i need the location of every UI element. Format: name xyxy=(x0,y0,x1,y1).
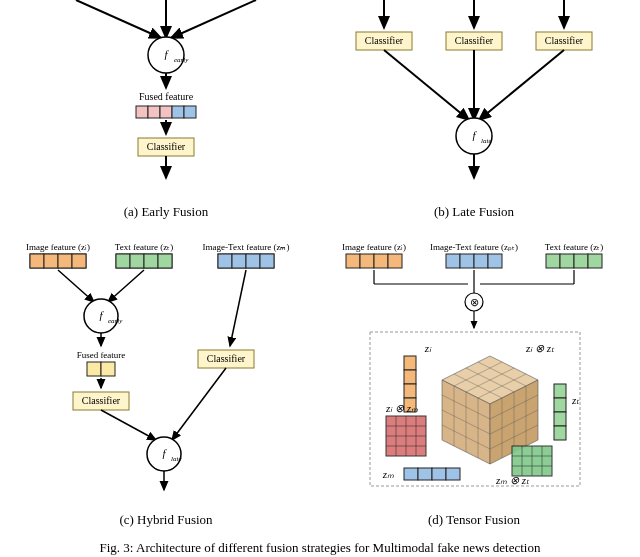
svg-line-55 xyxy=(101,410,156,440)
svg-rect-7 xyxy=(136,106,148,118)
svg-line-56 xyxy=(172,368,226,440)
svg-rect-115 xyxy=(418,468,432,480)
svg-rect-30 xyxy=(44,254,58,268)
svg-rect-104 xyxy=(404,370,416,384)
classifier-b3: Classifier xyxy=(545,35,584,46)
svg-rect-42 xyxy=(260,254,274,268)
svg-rect-41 xyxy=(246,254,260,268)
svg-rect-35 xyxy=(130,254,144,268)
figure-caption: Fig. 3: Architecture of different fusion… xyxy=(0,536,640,556)
svg-rect-114 xyxy=(404,468,418,480)
label-text-feature-c: Text feature (zₜ) xyxy=(115,242,173,252)
svg-rect-50 xyxy=(101,362,115,376)
svg-rect-34 xyxy=(116,254,130,268)
classifier-b2: Classifier xyxy=(455,35,494,46)
svg-rect-64 xyxy=(388,254,402,268)
svg-rect-71 xyxy=(574,254,588,268)
diagram-hybrid-fusion: Image feature (zᵢ) Text feature (zₜ) Ima… xyxy=(16,228,316,508)
svg-rect-8 xyxy=(148,106,160,118)
classifier-b1: Classifier xyxy=(365,35,404,46)
svg-text:early: early xyxy=(174,56,189,64)
svg-rect-121 xyxy=(554,426,566,440)
fused-feature-label-c: Fused feature xyxy=(77,350,126,360)
classifier-a: Classifier xyxy=(147,141,186,152)
tensor-product-icon: ⊗ xyxy=(470,296,479,308)
tensor-zi-zm: zᵢ ⊗ zₘ xyxy=(385,402,418,414)
svg-rect-61 xyxy=(346,254,360,268)
classifier-c1: Classifier xyxy=(82,395,121,406)
label-image-feature-d: Image feature (zᵢ) xyxy=(342,242,406,252)
tensor-zi: zᵢ xyxy=(424,342,432,354)
fused-feature-label: Fused feature xyxy=(139,91,194,102)
svg-rect-49 xyxy=(87,362,101,376)
svg-rect-63 xyxy=(374,254,388,268)
svg-line-44 xyxy=(108,270,144,302)
tensor-zm-zt: zₘ ⊗ zₜ xyxy=(495,474,530,486)
panel-tensor-fusion: Image feature (zᵢ) Image-Text feature (z… xyxy=(320,228,628,536)
panel-late-fusion: Classifier Classifier Classifier f late … xyxy=(320,0,628,228)
svg-line-53 xyxy=(230,270,246,346)
svg-rect-37 xyxy=(158,254,172,268)
svg-line-43 xyxy=(58,270,94,302)
svg-text:late: late xyxy=(171,455,182,463)
svg-rect-29 xyxy=(30,254,44,268)
panel-hybrid-fusion: Image feature (zᵢ) Text feature (zₜ) Ima… xyxy=(12,228,320,536)
svg-rect-62 xyxy=(360,254,374,268)
diagram-late-fusion: Classifier Classifier Classifier f late xyxy=(324,0,624,200)
svg-rect-120 xyxy=(554,412,566,426)
svg-rect-65 xyxy=(446,254,460,268)
svg-rect-117 xyxy=(446,468,460,480)
svg-rect-11 xyxy=(184,106,196,118)
svg-rect-32 xyxy=(72,254,86,268)
label-it-feature-d: Image-Text feature (zₚₜ) xyxy=(430,242,518,252)
svg-text:late: late xyxy=(481,137,492,145)
tensor-zi-zt: zᵢ ⊗ zₜ xyxy=(525,342,555,354)
svg-rect-39 xyxy=(218,254,232,268)
svg-rect-67 xyxy=(474,254,488,268)
svg-rect-118 xyxy=(554,384,566,398)
svg-line-23 xyxy=(479,50,564,120)
caption-d: (d) Tensor Fusion xyxy=(428,512,520,528)
svg-rect-40 xyxy=(232,254,246,268)
label-image-feature-c: Image feature (zᵢ) xyxy=(26,242,90,252)
svg-rect-116 xyxy=(432,468,446,480)
svg-rect-69 xyxy=(546,254,560,268)
svg-rect-70 xyxy=(560,254,574,268)
caption-b: (b) Late Fusion xyxy=(434,204,514,220)
svg-rect-36 xyxy=(144,254,158,268)
classifier-c2: Classifier xyxy=(207,353,246,364)
svg-rect-72 xyxy=(588,254,602,268)
label-text-feature-d: Text feature (zₜ) xyxy=(545,242,603,252)
svg-line-21 xyxy=(384,50,469,120)
svg-line-0 xyxy=(76,0,161,38)
panel-early-fusion: f early Fused feature Classifier (a) Ear… xyxy=(12,0,320,228)
svg-text:early: early xyxy=(108,317,123,325)
caption-c: (c) Hybrid Fusion xyxy=(119,512,212,528)
svg-rect-10 xyxy=(172,106,184,118)
svg-rect-68 xyxy=(488,254,502,268)
tensor-zt: zₜ xyxy=(571,394,580,406)
label-it-feature-c: Image-Text feature (zₘ) xyxy=(203,242,290,252)
svg-rect-105 xyxy=(404,384,416,398)
svg-rect-66 xyxy=(460,254,474,268)
svg-rect-103 xyxy=(404,356,416,370)
svg-rect-119 xyxy=(554,398,566,412)
diagram-early-fusion: f early Fused feature Classifier xyxy=(16,0,316,200)
svg-rect-31 xyxy=(58,254,72,268)
svg-line-2 xyxy=(171,0,256,38)
svg-rect-9 xyxy=(160,106,172,118)
caption-a: (a) Early Fusion xyxy=(124,204,208,220)
diagram-tensor-fusion: Image feature (zᵢ) Image-Text feature (z… xyxy=(324,228,624,508)
tensor-zm: zₘ xyxy=(382,468,394,480)
